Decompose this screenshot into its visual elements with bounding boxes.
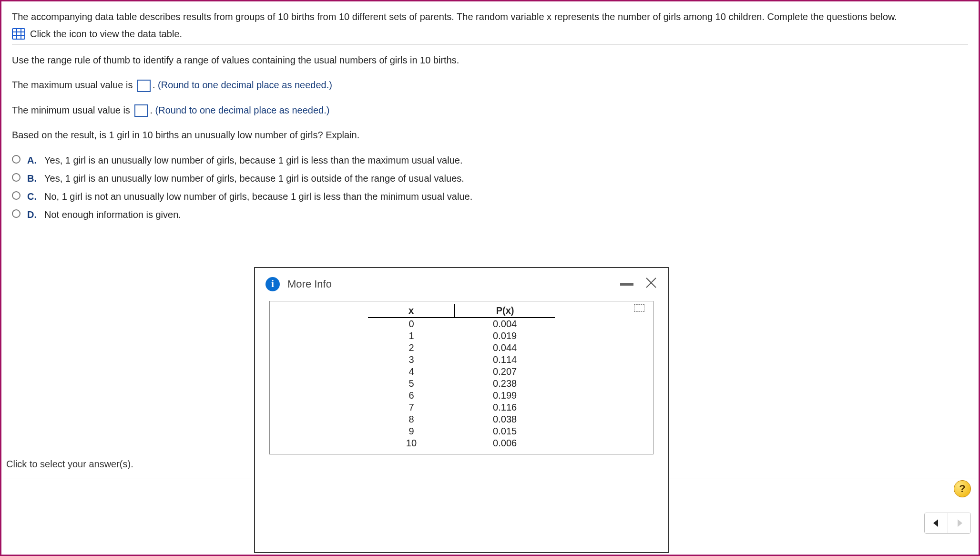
svg-marker-7 <box>933 519 938 527</box>
data-table-hint: Click the icon to view the data table. <box>30 29 182 40</box>
choice-a[interactable]: A. Yes, 1 girl is an unusually low numbe… <box>12 153 968 167</box>
table-row: 50.238 <box>368 378 555 390</box>
question-area: The accompanying data table describes re… <box>1 1 979 222</box>
svg-rect-0 <box>12 29 25 39</box>
cell-px: 0.044 <box>455 342 555 354</box>
table-select-handle[interactable] <box>634 304 644 312</box>
cell-x: 2 <box>368 342 455 354</box>
question-block: Use the range rule of thumb to identify … <box>12 53 968 222</box>
table-row: 40.207 <box>368 366 555 378</box>
info-icon: i <box>265 277 280 291</box>
choice-label: B. <box>27 171 38 185</box>
cell-x: 0 <box>368 318 455 330</box>
cell-x: 1 <box>368 330 455 342</box>
col-header-x: x <box>368 304 455 318</box>
max-usual-line: The maximum usual value is . (Round to o… <box>12 78 968 92</box>
max-usual-input[interactable] <box>137 80 151 92</box>
dialog-title: More Info <box>287 278 332 290</box>
footer-hint: Click to select your answer(s). <box>6 459 133 470</box>
max-prefix: The maximum usual value is <box>12 80 135 90</box>
table-body: 00.00410.01920.04430.11440.20750.23860.1… <box>368 318 555 449</box>
table-row: 70.116 <box>368 402 555 413</box>
cell-x: 4 <box>368 366 455 378</box>
cell-x: 9 <box>368 425 455 437</box>
svg-marker-8 <box>958 519 962 527</box>
prev-question-button[interactable] <box>925 513 948 533</box>
cell-px: 0.038 <box>455 413 555 425</box>
choice-label: A. <box>27 153 38 167</box>
cell-x: 8 <box>368 413 455 425</box>
cell-px: 0.114 <box>455 354 555 366</box>
table-row: 20.044 <box>368 342 555 354</box>
help-label: ? <box>959 483 965 495</box>
cell-px: 0.199 <box>455 390 555 402</box>
radio-d[interactable] <box>12 209 20 218</box>
more-info-dialog: i More Info x P(x) 00 <box>254 267 669 553</box>
table-row: 90.015 <box>368 425 555 437</box>
choice-text: Yes, 1 girl is an unusually low number o… <box>44 171 464 185</box>
choice-label: D. <box>27 207 38 222</box>
range-prompt: Use the range rule of thumb to identify … <box>12 53 968 67</box>
cell-px: 0.238 <box>455 378 555 390</box>
radio-b[interactable] <box>12 173 20 182</box>
multiple-choice: A. Yes, 1 girl is an unusually low numbe… <box>12 153 968 222</box>
table-row: 100.006 <box>368 437 555 449</box>
col-header-px: P(x) <box>455 304 555 318</box>
cell-px: 0.004 <box>455 318 555 330</box>
help-button[interactable]: ? <box>954 480 971 497</box>
cell-px: 0.006 <box>455 437 555 449</box>
choice-label: C. <box>27 189 38 204</box>
min-usual-line: The minimum usual value is . (Round to o… <box>12 103 968 117</box>
cell-px: 0.207 <box>455 366 555 378</box>
next-question-button[interactable] <box>948 513 970 533</box>
table-row: 00.004 <box>368 318 555 330</box>
cell-x: 7 <box>368 402 455 413</box>
radio-c[interactable] <box>12 191 20 200</box>
choice-c[interactable]: C. No, 1 girl is not an unusually low nu… <box>12 189 968 204</box>
table-row: 60.199 <box>368 390 555 402</box>
choice-text: Yes, 1 girl is an unusually low number o… <box>44 153 462 167</box>
question-nav <box>924 513 971 534</box>
cell-x: 10 <box>368 437 455 449</box>
data-table-container: x P(x) 00.00410.01920.04430.11440.20750.… <box>269 301 653 454</box>
cell-px: 0.019 <box>455 330 555 342</box>
table-row: 30.114 <box>368 354 555 366</box>
cell-x: 5 <box>368 378 455 390</box>
radio-a[interactable] <box>12 155 20 164</box>
followup-prompt: Based on the result, is 1 girl in 10 bir… <box>12 128 968 142</box>
intro-block: The accompanying data table describes re… <box>12 10 968 40</box>
dialog-header: i More Info <box>255 268 668 296</box>
data-table-icon[interactable] <box>12 28 25 40</box>
choice-b[interactable]: B. Yes, 1 girl is an unusually low numbe… <box>12 171 968 185</box>
choice-text: Not enough information is given. <box>44 207 181 222</box>
min-prefix: The minimum usual value is <box>12 105 133 115</box>
table-row: 10.019 <box>368 330 555 342</box>
choice-d[interactable]: D. Not enough information is given. <box>12 207 968 222</box>
intro-text: The accompanying data table describes re… <box>12 10 968 23</box>
cell-px: 0.116 <box>455 402 555 413</box>
choice-text: No, 1 girl is not an unusually low numbe… <box>44 189 472 204</box>
cell-x: 6 <box>368 390 455 402</box>
divider <box>12 44 968 45</box>
round-hint-min: (Round to one decimal place as needed.) <box>155 105 330 115</box>
minimize-button[interactable] <box>620 283 633 286</box>
dialog-body: x P(x) 00.00410.01920.04430.11440.20750.… <box>255 296 668 459</box>
cell-x: 3 <box>368 354 455 366</box>
round-hint-max: (Round to one decimal place as needed.) <box>158 80 332 90</box>
probability-table: x P(x) 00.00410.01920.04430.11440.20750.… <box>368 304 555 449</box>
cell-px: 0.015 <box>455 425 555 437</box>
min-usual-input[interactable] <box>134 104 148 117</box>
table-row: 80.038 <box>368 413 555 425</box>
close-button[interactable] <box>645 277 657 291</box>
